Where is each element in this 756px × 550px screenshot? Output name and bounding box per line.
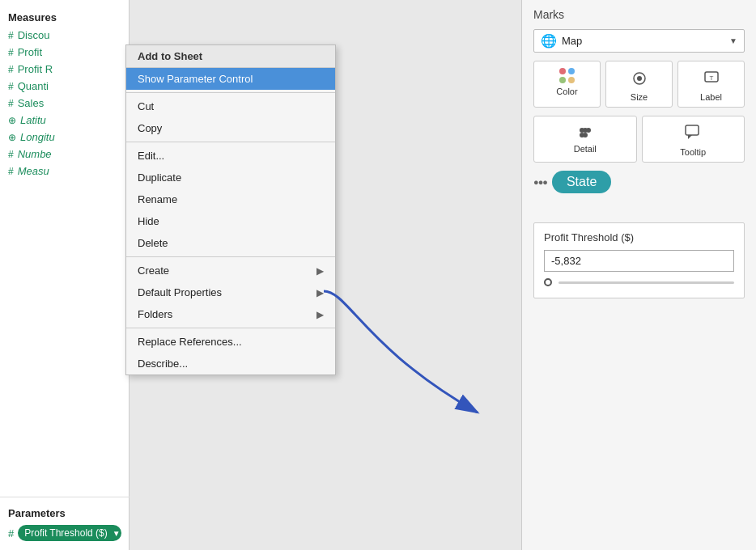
tooltip-label: Tooltip [680, 147, 706, 157]
marks-title: Marks [522, 0, 756, 26]
measure-item-measure[interactable]: # Measu [0, 163, 129, 180]
menu-item-hide[interactable]: Hide [126, 210, 335, 232]
menu-item-copy[interactable]: Copy [126, 117, 335, 139]
tooltip-button[interactable]: Tooltip [642, 116, 745, 163]
parameters-title: Parameters [0, 502, 130, 522]
spacer [522, 198, 756, 214]
profit-threshold-pill[interactable]: Profit Threshold ($) ▼ [18, 525, 121, 541]
hash-icon: # [8, 47, 14, 58]
measure-label: Measu [18, 165, 49, 177]
measure-label: Sales [18, 97, 45, 109]
size-label: Size [631, 92, 648, 102]
globe-icon: ⊕ [8, 115, 16, 126]
color-label: Color [556, 87, 577, 96]
hash-icon: # [8, 149, 14, 160]
measure-label: Quanti [18, 80, 49, 92]
detail-icon [576, 123, 594, 142]
divider [0, 497, 130, 497]
menu-item-edit[interactable]: Edit... [126, 145, 335, 167]
slider-track[interactable] [559, 281, 734, 284]
menu-item-cut[interactable]: Cut [126, 95, 335, 117]
state-pill[interactable]: State [552, 171, 611, 193]
slider-thumb[interactable] [544, 278, 552, 286]
measure-item-latitude[interactable]: ⊕ Latitu [0, 112, 129, 129]
menu-item-show-parameter-control[interactable]: Show Parameter Control [126, 68, 335, 90]
measure-item-profit-r[interactable]: # Profit R [0, 61, 129, 78]
menu-item-label: Default Properties [138, 286, 222, 298]
hash-icon: # [8, 30, 14, 41]
measure-label: Latitu [20, 114, 46, 126]
map-globe-icon: 🌐 [541, 33, 557, 49]
context-menu: Add to Sheet Show Parameter Control Cut … [125, 44, 336, 375]
size-button[interactable]: Size [605, 61, 673, 108]
profit-threshold-slider-row [544, 278, 734, 286]
marks-buttons-row2: Detail Tooltip [533, 116, 745, 163]
menu-divider-4 [126, 328, 335, 328]
menu-item-describe[interactable]: Describe... [126, 353, 335, 374]
parameters-section: Parameters # Profit Threshold ($) ▼ [0, 492, 130, 550]
hash-icon: # [8, 98, 14, 109]
marks-buttons-row1: Color Size T Label [533, 61, 745, 108]
measure-item-quantity[interactable]: # Quanti [0, 78, 129, 95]
measure-item-discount[interactable]: # Discou [0, 27, 129, 44]
svg-point-6 [586, 128, 591, 133]
svg-text:T: T [709, 74, 713, 82]
submenu-arrow-icon: ▶ [316, 309, 324, 320]
menu-item-label: Edit... [138, 150, 164, 162]
menu-item-label: Show Parameter Control [138, 73, 253, 85]
measure-label: Profit [18, 46, 42, 58]
param-item-profit-threshold[interactable]: # Profit Threshold ($) ▼ [0, 522, 130, 544]
globe-icon: ⊕ [8, 132, 16, 143]
menu-item-delete[interactable]: Delete [126, 232, 335, 254]
menu-item-duplicate[interactable]: Duplicate [126, 167, 335, 188]
submenu-arrow-icon: ▶ [316, 265, 324, 277]
menu-item-label: Rename [138, 193, 177, 205]
menu-item-create[interactable]: Create ▶ [126, 260, 335, 281]
menu-item-label: Cut [138, 100, 154, 112]
hash-icon: # [8, 166, 14, 177]
measure-label: Longitu [20, 131, 55, 143]
menu-item-label: Folders [138, 308, 172, 320]
dropdown-caret-icon: ▼ [729, 36, 737, 45]
tooltip-icon [684, 123, 702, 145]
menu-divider-2 [126, 142, 335, 142]
measure-label: Profit R [18, 63, 53, 75]
state-row: ●●● State [533, 171, 745, 193]
menu-item-replace-references[interactable]: Replace References... [126, 331, 335, 353]
param-pill-label: Profit Threshold ($) [24, 527, 108, 539]
label-icon: T [703, 68, 720, 90]
color-button[interactable]: Color [533, 61, 601, 108]
menu-header: Add to Sheet [126, 45, 335, 68]
svg-marker-10 [688, 135, 692, 139]
left-panel: Measures # Discou # Profit # Profit R # … [0, 0, 130, 550]
hash-icon: # [8, 64, 14, 75]
measure-item-profit[interactable]: # Profit [0, 44, 129, 61]
svg-point-8 [583, 133, 588, 138]
menu-item-default-properties[interactable]: Default Properties ▶ [126, 281, 335, 303]
menu-item-rename[interactable]: Rename [126, 188, 335, 210]
measure-item-longitude[interactable]: ⊕ Longitu [0, 129, 129, 146]
hash-icon: # [8, 527, 14, 539]
menu-item-label: Create [138, 264, 169, 277]
marks-type-label: Map [562, 35, 724, 47]
detail-button[interactable]: Detail [533, 116, 637, 163]
label-label: Label [700, 92, 722, 102]
menu-item-label: Describe... [138, 358, 188, 370]
size-icon [631, 68, 648, 90]
measure-item-number[interactable]: # Numbe [0, 146, 129, 163]
profit-threshold-value[interactable]: -5,832 [544, 250, 734, 272]
menu-item-folders[interactable]: Folders ▶ [126, 303, 335, 325]
menu-divider-3 [126, 256, 335, 257]
measure-item-sales[interactable]: # Sales [0, 95, 129, 112]
menu-divider-1 [126, 92, 335, 93]
hash-icon: # [8, 81, 14, 92]
marks-type-dropdown[interactable]: 🌐 Map ▼ [533, 29, 745, 53]
label-button[interactable]: T Label [677, 61, 745, 108]
menu-item-label: Replace References... [138, 336, 242, 348]
menu-item-label: Hide [138, 215, 159, 227]
dropdown-arrow-icon: ▼ [113, 529, 121, 538]
menu-item-label: Copy [138, 122, 162, 134]
detail-label: Detail [574, 144, 597, 154]
color-icon [559, 68, 575, 84]
svg-point-1 [637, 76, 642, 81]
